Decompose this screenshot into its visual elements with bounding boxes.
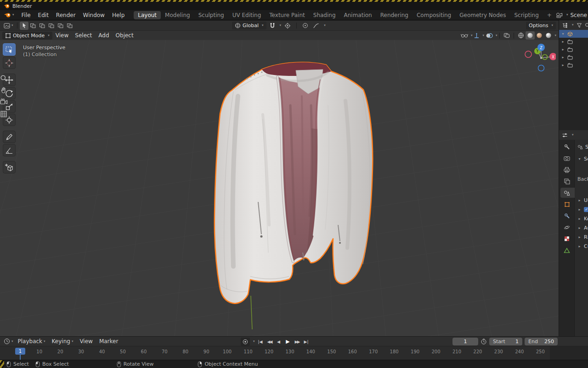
timeline-ruler[interactable]: 10 20 30 40 50 60 70 80 90 100 110 120 1… (0, 346, 588, 360)
tab-sculpting[interactable]: Sculpting (194, 11, 228, 19)
current-frame-indicator[interactable]: 1 (15, 348, 25, 355)
editor-type-button[interactable]: ▾ (2, 22, 15, 30)
outliner-editor-icon[interactable] (562, 23, 568, 28)
overlays-toggle-button[interactable] (484, 31, 494, 40)
outliner-row[interactable]: ▸ (559, 38, 588, 46)
scene-browse-chevron[interactable]: ▾ (566, 13, 568, 17)
gravity-checkbox[interactable]: ✓ (584, 207, 588, 212)
mode-transfer-icon-2[interactable] (38, 22, 47, 30)
menu-view-timeline[interactable]: View (76, 337, 96, 346)
outliner-row[interactable]: ▸ (559, 46, 588, 53)
auto-keying-chevron[interactable]: ▾ (253, 340, 255, 343)
disclosure-triangle[interactable]: ▸ (561, 55, 565, 59)
tool-select-box[interactable] (3, 43, 16, 56)
search-icon[interactable] (585, 23, 588, 28)
properties-editor-chevron[interactable]: ▾ (572, 133, 574, 137)
menu-edit[interactable]: Edit (34, 10, 52, 20)
current-frame-field[interactable]: 1 (452, 338, 478, 345)
shading-wireframe-button[interactable] (516, 31, 526, 40)
outliner-row[interactable]: ▸ (559, 61, 588, 69)
falloff-curve-button[interactable] (311, 22, 321, 30)
filter-icon[interactable] (577, 23, 582, 28)
end-frame-field[interactable]: End250 (525, 338, 558, 345)
viewport-3d[interactable]: User Perspective (1) Collection (0, 40, 559, 336)
tweak-tool-button[interactable] (20, 22, 28, 30)
menu-view[interactable]: View (52, 31, 72, 40)
panel-audio[interactable]: ▸Audio (577, 224, 588, 232)
jump-to-start-button[interactable]: |◀ (257, 339, 264, 344)
menu-playback[interactable]: Playback▾ (15, 337, 49, 346)
auto-keying-button[interactable] (241, 338, 250, 346)
menu-marker[interactable]: Marker (96, 337, 121, 346)
mode-transfer-icon-5[interactable] (65, 22, 74, 30)
snap-chevron[interactable]: ▾ (280, 24, 282, 27)
menu-file[interactable]: File (18, 10, 34, 20)
tab-tool-icon[interactable] (564, 144, 570, 150)
tab-shading[interactable]: Shading (309, 11, 340, 19)
properties-editor-icon[interactable] (562, 132, 568, 138)
shading-rendered-button[interactable] (544, 31, 553, 40)
tab-render-icon[interactable] (564, 155, 570, 161)
tab-modeling[interactable]: Modeling (161, 11, 194, 19)
panel-custom-properties[interactable]: ▸Custom Properties (577, 242, 588, 250)
app-menu-button[interactable]: ▾ (0, 10, 18, 20)
timeline-editor-icon[interactable]: ▾ (2, 337, 15, 345)
outliner-row[interactable]: ▸ (559, 53, 588, 61)
ortho-grid-icon[interactable] (0, 110, 7, 118)
menu-window[interactable]: Window (79, 10, 108, 20)
tab-view-layer-icon[interactable] (564, 178, 570, 184)
tool-add-cube[interactable] (3, 161, 16, 173)
menu-keying[interactable]: Keying▾ (49, 337, 77, 346)
gizmos-toggle-button[interactable] (472, 31, 481, 40)
menu-object[interactable]: Object (113, 31, 137, 40)
play-reverse-button[interactable]: ◀ (275, 339, 283, 344)
tab-texture-paint[interactable]: Texture Paint (265, 11, 309, 19)
scene-name[interactable]: Scene (570, 12, 587, 18)
next-keyframe-button[interactable]: ▶▶ (294, 339, 301, 344)
tab-physics-icon[interactable] (564, 224, 570, 230)
jump-to-end-button[interactable]: ▶| (303, 339, 310, 344)
overlays-chevron[interactable]: ▾ (496, 34, 498, 37)
tab-compositing[interactable]: Compositing (413, 11, 455, 19)
proportional-editing-button[interactable] (301, 22, 310, 30)
options-dropdown[interactable]: Options ▾ (526, 22, 556, 29)
pan-hand-icon[interactable] (0, 86, 7, 94)
shading-material-button[interactable] (535, 31, 544, 40)
mode-dropdown[interactable]: Object Mode ▾ (2, 32, 52, 40)
tab-rendering[interactable]: Rendering (376, 11, 413, 19)
tool-cursor[interactable] (3, 57, 16, 69)
disclosure-triangle[interactable]: ▸ (561, 40, 565, 44)
tool-measure[interactable] (3, 144, 16, 156)
prev-keyframe-button[interactable]: ◀◀ (266, 339, 273, 344)
tab-geometry-nodes[interactable]: Geometry Nodes (455, 11, 510, 19)
tool-annotate[interactable] (3, 131, 16, 143)
menu-add[interactable]: Add (95, 31, 112, 40)
preview-range-clock-icon[interactable] (481, 339, 487, 345)
scene-browse-icon[interactable] (556, 12, 563, 18)
orientation-dropdown[interactable]: Global ▾ (232, 22, 266, 29)
panel-units[interactable]: ▸Units (577, 196, 588, 204)
panel-scene[interactable]: ▾Scene (577, 155, 588, 163)
zoom-icon[interactable] (0, 75, 7, 82)
panel-keying[interactable]: ▸Keying (577, 214, 588, 223)
falloff-chevron[interactable]: ▾ (324, 24, 326, 27)
camera-view-icon[interactable] (0, 98, 8, 105)
disclosure-triangle[interactable]: ▾ (561, 32, 565, 36)
mode-transfer-icon-1[interactable] (28, 22, 38, 30)
menu-select[interactable]: Select (72, 31, 95, 40)
tab-scene-icon[interactable] (564, 190, 570, 196)
tab-animation[interactable]: Animation (340, 11, 376, 19)
start-frame-field[interactable]: Start1 (489, 338, 522, 345)
disclosure-triangle[interactable]: ▸ (561, 47, 565, 52)
axis-x-negative[interactable] (525, 51, 531, 58)
xray-toggle-button[interactable] (502, 31, 511, 40)
add-workspace-button[interactable]: + (543, 11, 556, 19)
axis-z-negative[interactable] (538, 65, 544, 71)
tab-output-icon[interactable] (564, 167, 570, 173)
outliner-row-selected[interactable]: ▾ (559, 30, 588, 38)
tab-scripting[interactable]: Scripting (510, 11, 543, 19)
play-button[interactable]: ▶ (284, 339, 292, 345)
tab-data-icon[interactable] (564, 247, 570, 253)
tab-layout[interactable]: Layout (134, 11, 161, 19)
tab-material-icon[interactable] (564, 236, 570, 242)
